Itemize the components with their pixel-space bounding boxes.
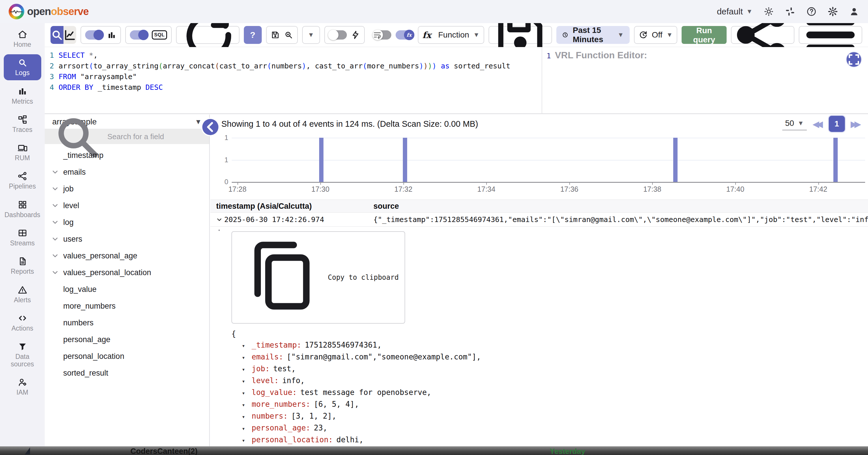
json-entry-personal-age[interactable]: ▾personal_age:23, — [231, 422, 868, 434]
field-item-personal-age[interactable]: personal_age — [45, 331, 209, 348]
json-collapse-caret-icon[interactable]: ▾ — [242, 364, 252, 375]
sidebar-item-actions[interactable]: Actions — [4, 310, 41, 335]
json-entry-more-numbers[interactable]: ▾more_numbers:[6, 5, 4], — [231, 399, 868, 411]
histogram-bar[interactable] — [403, 138, 407, 182]
field-item-level[interactable]: level — [45, 197, 209, 214]
quick-mode-toggle[interactable] — [329, 30, 347, 39]
brand-open: open — [27, 5, 51, 17]
chevron-down-icon[interactable] — [51, 185, 59, 193]
json-collapse-caret-icon[interactable]: ▾ — [242, 340, 252, 351]
sidebar-item-reports[interactable]: Reports — [4, 253, 41, 279]
wrap-lines-toggle[interactable] — [373, 30, 391, 39]
next-page-button[interactable]: ▶▶ — [851, 119, 861, 129]
field-item-log[interactable]: log — [45, 214, 209, 231]
theme-toggle-button[interactable] — [764, 6, 774, 17]
sidebar-item-logs[interactable]: Logs — [4, 54, 41, 80]
histogram-plot-area[interactable]: 110 — [232, 138, 865, 183]
function-editor-toggle[interactable]: fx — [396, 30, 413, 39]
field-item-emails[interactable]: emails — [45, 164, 209, 180]
profile-button[interactable] — [849, 6, 859, 17]
run-query-button[interactable]: Run query — [682, 26, 726, 44]
json-entry-emails[interactable]: ▾emails:["simran@gmail.com","someone@exa… — [231, 351, 868, 363]
collapse-fields-panel-button[interactable] — [202, 119, 218, 135]
histogram-bar[interactable] — [833, 138, 838, 182]
sql-line: 1SELECT *, — [45, 50, 541, 61]
vrl-fullscreen-button[interactable] — [846, 52, 862, 67]
field-item-numbers[interactable]: numbers — [45, 314, 209, 331]
slack-link-button[interactable] — [785, 6, 795, 17]
sidebar-item-pipelines[interactable]: Pipelines — [4, 168, 41, 193]
field-item-job[interactable]: job — [45, 180, 209, 197]
save-function-button[interactable] — [489, 26, 552, 44]
org-selector[interactable]: default ▼ — [717, 7, 752, 17]
json-collapse-caret-icon[interactable]: ▾ — [242, 423, 252, 434]
field-item-users[interactable]: users — [45, 231, 209, 247]
sidebar-item-iam[interactable]: IAM — [4, 374, 41, 400]
function-select[interactable]: fx Function ▼ — [418, 26, 484, 44]
sidebar-item-dashboards[interactable]: Dashboards — [4, 196, 41, 222]
json-collapse-caret-icon[interactable]: ▾ — [242, 435, 252, 446]
saved-views-dropdown-button[interactable]: ▼ — [302, 26, 320, 44]
json-entry-job[interactable]: ▾job:test, — [231, 363, 868, 375]
json-entry-log-value[interactable]: ▾log_value:test message for openobserve, — [231, 387, 868, 399]
sidebar-item-streams[interactable]: Streams — [4, 224, 41, 250]
json-collapse-caret-icon[interactable]: ▾ — [242, 399, 252, 411]
json-collapse-caret-icon[interactable]: ▾ — [242, 411, 252, 422]
sidebar-item-alerts[interactable]: Alerts — [4, 281, 41, 307]
sql-mode-toggle[interactable] — [130, 30, 148, 39]
time-range-picker[interactable]: Past 15 Minutes ▼ — [556, 26, 630, 44]
json-entry-personal-location[interactable]: ▾personal_location:delhi, — [231, 434, 868, 446]
vrl-function-editor[interactable]: 1 VRL Function Editor: — [541, 47, 868, 114]
histogram-bar[interactable] — [319, 138, 323, 182]
json-entry-level[interactable]: ▾level:info, — [231, 375, 868, 387]
field-item-values-personal-location[interactable]: values_personal_location — [45, 264, 209, 281]
results-summary: Showing 1 to 4 out of 4 events in 124 ms… — [221, 119, 478, 129]
sidebar-item-rum[interactable]: RUM — [4, 140, 41, 165]
copy-to-clipboard-button[interactable]: Copy to clipboard — [231, 231, 405, 324]
auto-refresh-picker[interactable]: Off ▼ — [634, 26, 678, 44]
share-link-button[interactable] — [731, 26, 795, 44]
sidebar-item-traces[interactable]: Traces — [4, 111, 41, 137]
histogram-toggle[interactable] — [85, 30, 103, 39]
reset-query-button[interactable] — [176, 26, 240, 44]
chevron-down-icon[interactable] — [51, 235, 59, 243]
sidebar-item-home[interactable]: Home — [4, 26, 41, 52]
field-item-personal-location[interactable]: personal_location — [45, 348, 209, 365]
histogram-bar[interactable] — [673, 138, 678, 182]
sql-query-editor[interactable]: 1SELECT *,2arrsort(to_array_string(array… — [45, 47, 541, 114]
chevron-down-icon[interactable] — [51, 218, 59, 226]
chart-mode-button[interactable] — [63, 26, 76, 44]
field-item-more-numbers[interactable]: more_numbers — [45, 298, 209, 314]
sidebar-item-metrics[interactable]: Metrics — [4, 83, 41, 109]
chevron-down-icon[interactable] — [51, 269, 59, 277]
json-collapse-caret-icon[interactable]: ▾ — [242, 375, 252, 387]
page-size-select[interactable]: 50 ▼ — [782, 118, 807, 130]
chevron-down-icon[interactable] — [51, 202, 59, 210]
query-help-button[interactable]: ? — [244, 26, 262, 44]
prev-page-button[interactable]: ◀◀ — [813, 119, 823, 129]
chevron-down-icon[interactable] — [51, 252, 59, 260]
json-collapse-caret-icon[interactable]: ▾ — [242, 352, 252, 363]
current-page-indicator[interactable]: 1 — [829, 116, 845, 132]
log-table-row[interactable]: 2025-06-30 17:42:26.974 {"_timestamp":17… — [210, 213, 868, 226]
help-button[interactable] — [806, 6, 817, 17]
explore-saved-views-button[interactable] — [284, 30, 293, 39]
settings-button[interactable] — [828, 6, 838, 17]
row-expand-chevron-icon[interactable] — [214, 216, 224, 223]
json-entry-numbers[interactable]: ▾numbers:[3, 1, 2], — [231, 411, 868, 422]
json-entry--timestamp[interactable]: ▾_timestamp:1751285546974361, — [231, 339, 868, 351]
background-window-title[interactable]: CodersCanteen(2) — [130, 447, 198, 455]
sidebar-item-data-sources[interactable]: Data sources — [4, 338, 41, 371]
iam-icon — [18, 377, 27, 387]
more-menu-button[interactable] — [799, 26, 862, 44]
openobserve-logo[interactable]: openobserve — [9, 4, 89, 19]
save-view-button[interactable] — [271, 30, 280, 39]
sidebar-item-label: Pipelines — [9, 183, 36, 190]
chevron-down-icon[interactable] — [51, 168, 59, 176]
field-item-values-personal-age[interactable]: values_personal_age — [45, 247, 209, 264]
json-collapse-caret-icon[interactable]: ▾ — [242, 388, 252, 399]
field-item-log-value[interactable]: log_value — [45, 281, 209, 298]
field-search-input[interactable] — [107, 132, 204, 141]
field-item-sorted-result[interactable]: sorted_result — [45, 365, 209, 382]
search-mode-button[interactable] — [51, 26, 63, 44]
